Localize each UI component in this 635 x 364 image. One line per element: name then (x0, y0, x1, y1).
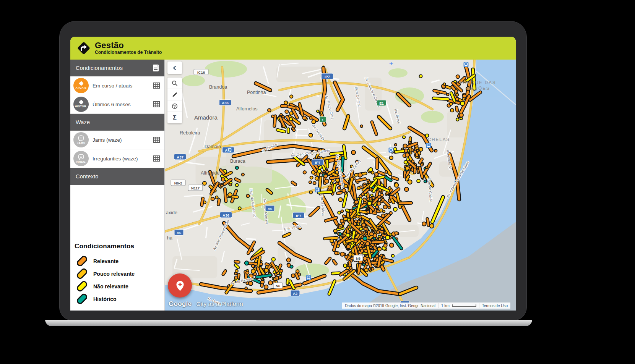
layer-row-irregularities[interactable]: IRREG. Irregularities (waze) (70, 149, 164, 168)
badge-label: ATUAIS (75, 86, 86, 89)
collapse-sidebar-button[interactable] (167, 61, 182, 74)
road-shield: E1 (377, 100, 386, 106)
badge-label: HISTOR. (75, 105, 87, 108)
table-grid-icon[interactable] (153, 137, 160, 143)
svg-text:1: 1 (322, 118, 324, 122)
draw-button[interactable] (167, 89, 182, 100)
map-label: Amadora (194, 114, 218, 121)
historico-badge-icon: HISTOR. (73, 97, 89, 112)
laptop-frame: Gestão Condicionamentos de Trânsito Cond… (59, 21, 527, 320)
pencil-icon (172, 92, 178, 97)
svg-text:A5: A5 (177, 231, 182, 235)
road-shield: N6-2 (171, 180, 185, 186)
sidebar: Condicionamentos ATUAIS Em curso / atuai… (70, 60, 165, 311)
layer-row-atuais[interactable]: ATUAIS Em curso / atuais (70, 76, 164, 95)
legend-item-relevante: Relevante (75, 255, 159, 267)
layer-row-historico[interactable]: HISTOR. Últimos 6 meses (70, 95, 164, 114)
transit-station-icon (315, 188, 320, 193)
svg-text:N6: N6 (276, 284, 280, 288)
table-grid-icon[interactable] (153, 155, 160, 162)
basemap: BrandoaPontinhaAlfornelosAmadoraReboleir… (165, 60, 516, 311)
legend-chip-orange (76, 255, 89, 268)
road-shield: A36 (220, 212, 232, 218)
legend-item-nao-relevante: Não relevante (75, 280, 159, 293)
legend-item-historico: Histórico (75, 293, 159, 305)
layer-label: Em curso / atuais (93, 83, 153, 89)
legend-label: Não relevante (93, 283, 128, 290)
legend-label: Pouco relevante (93, 271, 135, 277)
map-label: Brandoa (209, 84, 227, 90)
road-shield: A37 (174, 154, 186, 160)
layer-label: Últimos 6 meses (93, 102, 153, 107)
svg-text:A37: A37 (177, 155, 183, 159)
legend-item-pouco-relevante: Pouco relevante (75, 267, 159, 280)
dotted-globe-icon (172, 103, 178, 109)
svg-text:IP7: IP7 (296, 214, 301, 218)
app-subtitle: Condicionamentos de Trânsito (95, 50, 162, 55)
legend-chip-amber (76, 267, 89, 280)
waze-irregularities-icon: IRREG. (73, 151, 89, 166)
road-shield: A2 (291, 290, 300, 296)
map-label: axide (166, 210, 177, 215)
google-logo: Google (169, 300, 192, 307)
google-watermark: GoogleCity as a Platform (169, 300, 243, 308)
scale-bar (452, 304, 476, 307)
map-canvas[interactable]: BrandoaPontinhaAlfornelosAmadoraReboleir… (165, 60, 516, 311)
svg-text:IC16: IC16 (197, 70, 205, 74)
app-logo-icon (76, 41, 91, 55)
map-legend: Condicionamentos Relevante Pouco relevan… (75, 243, 159, 305)
section-label: Waze (76, 119, 159, 125)
add-condicionamento-fab[interactable] (168, 273, 192, 298)
legend-chip-yellow (76, 280, 89, 293)
road-shield: A5 (265, 205, 274, 211)
document-icon[interactable] (153, 64, 159, 72)
app-title: Gestão (95, 41, 162, 50)
section-label: Contexto (76, 173, 159, 180)
map-attribution: Dados do mapa ©2019 Google, Inst. Geogr.… (342, 303, 510, 309)
scale-control: 1 km (438, 303, 479, 308)
atuais-badge-icon: ATUAIS (73, 78, 89, 93)
legend-label: Relevante (93, 258, 119, 264)
legend-title: Condicionamentos (75, 243, 159, 250)
waze-jams-icon: JAMS (73, 132, 89, 147)
sum-button[interactable]: Σ (167, 112, 182, 123)
app-header: Gestão Condicionamentos de Trânsito (70, 37, 516, 60)
transit-station-icon (426, 143, 431, 148)
road-shield: IC16 (194, 69, 208, 75)
layer-row-jams[interactable]: JAMS Jams (waze) (70, 131, 164, 149)
map-label: Damaia (205, 144, 221, 149)
badge-label: IRREG. (76, 160, 86, 163)
locate-button[interactable] (167, 100, 182, 112)
section-header-waze: Waze (70, 114, 164, 131)
section-header-contexto: Contexto (70, 168, 164, 185)
road-shield: A36 (219, 100, 231, 105)
road-shield: IP7 (322, 73, 333, 79)
map-label: Alfragide (201, 170, 219, 176)
svg-text:N6-2: N6-2 (174, 181, 182, 185)
attribution-text: Dados do mapa ©2019 Google, Inst. Geogr.… (342, 303, 438, 308)
map-label: Alfornelos (236, 106, 258, 112)
table-grid-icon[interactable] (153, 83, 160, 89)
transit-station-icon (389, 148, 394, 153)
city-platform-label: City as a Platform (196, 301, 243, 307)
layer-label: Jams (waze) (93, 137, 153, 143)
map-label: Pontinha (247, 90, 266, 95)
road-shield: N6 (273, 283, 283, 288)
app-window: Gestão Condicionamentos de Trânsito Cond… (70, 37, 516, 311)
laptop-base-notch (256, 320, 321, 322)
terms-link[interactable]: Termos de Uso (479, 303, 510, 308)
search-button[interactable] (167, 78, 182, 89)
section-label: Condicionamentos (76, 65, 153, 71)
map-label: NAÇÕES (467, 86, 490, 91)
road-shield: A5 (174, 230, 184, 235)
map-label: PARQUE DAS (460, 80, 496, 85)
svg-text:A36: A36 (222, 101, 228, 105)
map-label: ha (167, 235, 172, 241)
svg-text:E1: E1 (379, 101, 384, 105)
chevron-left-icon (172, 65, 177, 71)
svg-text:A36: A36 (222, 213, 229, 217)
svg-text:A5: A5 (268, 207, 273, 211)
table-grid-icon[interactable] (153, 101, 160, 107)
svg-text:IP7: IP7 (315, 160, 320, 165)
transit-station-icon (464, 62, 469, 67)
